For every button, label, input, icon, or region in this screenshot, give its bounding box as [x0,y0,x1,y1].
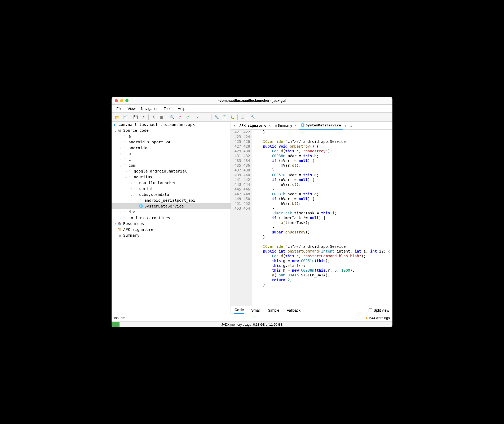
memory-label: JADX memory usage: 0.13 GB of 11.20 GB [221,323,282,326]
class-icon: C [301,123,304,127]
tree-source[interactable]: ⌄ Source code [112,127,231,133]
package-icon [117,128,122,132]
sync-icon[interactable]: ⊼ [150,113,158,121]
chevron-right-icon[interactable]: › [135,205,139,208]
forward-icon[interactable]: → [202,113,210,121]
menu-file[interactable]: File [114,105,125,112]
chevron-down-icon[interactable]: ⌄ [119,164,123,167]
deobf-icon[interactable]: 🔧 [213,113,220,121]
tree-pkg-b[interactable]: ›b [112,151,231,157]
checkbox-icon[interactable] [369,308,372,312]
search-icon[interactable]: 🔍 [168,113,176,121]
minimize-window-button[interactable] [120,99,123,102]
tree-pkg-ucbsystemdata[interactable]: ⌄ucbsystemdata [112,192,231,197]
menu-help[interactable]: Help [175,105,188,112]
window-title: *com.nautilus.nautiluslauncher - jadx-gu… [112,99,392,103]
search-usage-icon[interactable]: ⊙ [184,113,192,121]
add-file-icon[interactable]: 📄 [121,113,129,121]
memory-bar [112,322,120,327]
tree-pkg-android-support[interactable]: ›android.support.v4 [112,139,231,145]
chevron-down-icon[interactable]: ⌄ [114,129,117,132]
chevron-right-icon[interactable]: › [135,199,139,202]
class-icon: C [139,204,143,208]
export-icon[interactable]: ↗ [139,113,147,121]
log-icon[interactable]: ☰ [239,113,247,121]
code-content[interactable]: } @Override "cm">// android.app.Service … [252,130,392,306]
menu-tools[interactable]: Tools [161,105,175,112]
toolbar: 📂 📄 💾 ↗ ⊼ ▦ 🔍 ⊙ ⊙ ← → 🔧 📋 🐛 ☰ 🔧 [112,113,392,122]
tab-systemdataservice[interactable]: CSystemDataService [299,122,343,130]
chevron-right-icon[interactable]: › [114,222,117,226]
folder-icon [128,175,133,179]
tree-apksig[interactable]: 📜APK signature [112,227,231,232]
tree-resources[interactable]: ›📚Resources [112,221,231,227]
chevron-right-icon[interactable]: › [130,181,133,185]
viewtab-simple[interactable]: Simple [267,307,280,313]
tree-pkg-kotlinx[interactable]: ›kotlinx.coroutines [112,215,231,221]
maximize-window-button[interactable] [125,99,129,102]
tree-pkg-google-material[interactable]: ›google.android.material [112,168,231,174]
debug-icon[interactable]: 🐛 [228,113,236,121]
chevron-right-icon[interactable]: › [130,187,133,191]
tab-prev-icon[interactable]: ‹ [232,123,237,128]
tree-summary[interactable]: ▤Summary [112,232,231,238]
folder-icon [133,187,138,191]
chevron-down-icon[interactable]: ⌄ [130,193,133,196]
issues-label: Issues: [114,316,125,320]
chevron-right-icon[interactable]: › [119,216,123,220]
tree-root[interactable]: ◧ com.nautilus.nautiluslauncher.apk [112,122,231,127]
chevron-right-icon[interactable]: › [119,140,123,144]
summary-icon: ▤ [117,233,122,237]
folder-icon [123,163,127,167]
split-view-toggle[interactable]: Split view [369,308,389,312]
tree-pkg-c[interactable]: ›c [112,157,231,162]
viewtab-smali[interactable]: Smali [251,307,261,313]
chevron-right-icon[interactable]: › [119,158,123,161]
folder-icon [139,198,143,202]
back-icon[interactable]: ← [194,113,202,121]
prefs-icon[interactable]: 🔧 [249,113,257,121]
tree-pkg-serialport[interactable]: ›android_serialport_api [112,197,231,203]
tree-pkg-nautilus[interactable]: ⌄nautilus [112,174,231,180]
tab-next-icon[interactable]: › [343,123,348,128]
chevron-right-icon[interactable]: › [119,135,123,138]
folder-icon [123,216,127,220]
menu-navigation[interactable]: Navigation [138,105,161,112]
tree-pkg-com[interactable]: ⌄com [112,162,231,168]
tree-pkg-serial[interactable]: ›serial [112,186,231,192]
tab-apksig[interactable]: APK signature× [237,122,273,130]
flatten-icon[interactable]: ▦ [158,113,166,121]
quark-icon[interactable]: 📋 [220,113,228,121]
folder-icon [128,169,133,173]
statusbar: JADX memory usage: 0.13 GB of 11.20 GB [112,321,392,327]
close-icon[interactable]: × [294,123,297,128]
chevron-right-icon[interactable]: › [119,152,123,156]
close-window-button[interactable] [115,99,118,102]
folder-icon [123,134,127,138]
warnings-count[interactable]: 544 warnings [369,316,390,320]
tab-menu-icon[interactable]: ⌄ [348,123,354,128]
menu-view[interactable]: View [125,105,138,112]
folder-icon [123,146,127,150]
project-tree[interactable]: ◧ com.nautilus.nautiluslauncher.apk ⌄ So… [112,122,231,314]
search-class-icon[interactable]: ⊙ [176,113,184,121]
tab-summary[interactable]: ▤Summary× [273,122,299,130]
viewtab-code[interactable]: Code [234,307,244,314]
close-icon[interactable]: × [268,123,271,128]
summary-icon: ▤ [275,124,277,127]
tree-pkg-a[interactable]: ›a [112,133,231,139]
code-editor[interactable]: 421 422 423 424 425 426 427 428 429 430 … [231,130,392,306]
save-icon[interactable]: 💾 [131,113,139,121]
tree-pkg-androidx[interactable]: ›androidx [112,145,231,151]
tree-pkg-da[interactable]: ›d.a [112,209,231,215]
chevron-right-icon[interactable]: › [119,210,123,214]
chevron-right-icon[interactable]: › [124,170,128,173]
chevron-down-icon[interactable]: ⌄ [124,175,128,179]
viewtab-fallback[interactable]: Fallback [286,307,301,313]
tree-pkg-nautiluslauncher[interactable]: ›nautiluslauncher [112,180,231,186]
warning-icon: ▲ [365,316,368,320]
open-icon[interactable]: 📂 [113,113,121,121]
tree-class-systemdataservice[interactable]: ›CSystemDataService [112,203,231,209]
folder-icon [123,140,127,144]
chevron-right-icon[interactable]: › [119,146,123,150]
